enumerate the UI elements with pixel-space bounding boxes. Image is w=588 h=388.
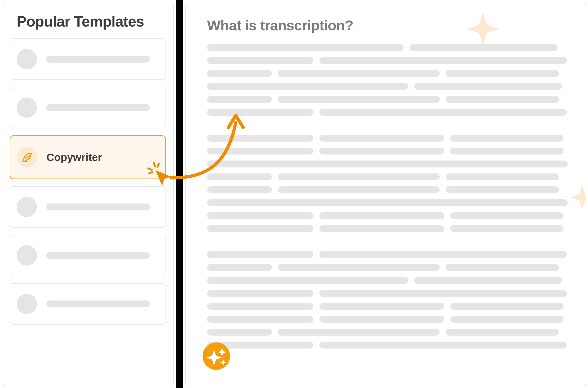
text-placeholder <box>207 161 568 168</box>
text-placeholder <box>446 173 559 180</box>
text-placeholder <box>207 290 313 297</box>
text-placeholder <box>414 83 562 90</box>
text-placeholder <box>278 264 440 271</box>
text-placeholder <box>207 96 272 103</box>
template-label-placeholder <box>46 104 150 111</box>
text-placeholder <box>319 251 567 258</box>
text-placeholder <box>207 303 313 310</box>
template-avatar-placeholder <box>17 245 37 266</box>
text-placeholder <box>207 212 313 219</box>
paragraph-break <box>207 238 572 245</box>
text-placeholder <box>450 303 563 310</box>
text-placeholder <box>319 341 567 348</box>
template-label-placeholder <box>46 252 150 259</box>
sparkle-star-icon <box>465 12 500 46</box>
template-card[interactable] <box>10 283 166 325</box>
text-placeholder <box>319 316 444 323</box>
text-placeholder <box>446 96 559 103</box>
text-placeholder <box>278 186 440 193</box>
text-placeholder <box>207 135 313 142</box>
main-title: What is transcription? <box>207 17 586 33</box>
sparkle-star-icon <box>569 185 586 210</box>
text-placeholder <box>207 277 408 284</box>
text-placeholder <box>450 316 563 323</box>
text-placeholder <box>319 212 444 219</box>
template-avatar-placeholder <box>17 49 37 69</box>
text-placeholder <box>207 70 272 77</box>
text-placeholder <box>446 70 559 77</box>
template-avatar-placeholder <box>17 197 37 217</box>
template-avatar-placeholder <box>17 97 37 118</box>
text-placeholder <box>207 147 313 154</box>
template-label: Copywriter <box>47 151 102 164</box>
template-card[interactable] <box>10 235 166 276</box>
text-placeholder <box>319 225 444 232</box>
text-placeholder <box>446 329 559 336</box>
text-placeholder <box>319 303 444 310</box>
text-placeholder <box>207 199 568 206</box>
sidebar-title: Popular Templates <box>17 13 166 30</box>
text-placeholder <box>450 147 563 154</box>
svg-line-2 <box>148 168 152 170</box>
template-avatar <box>17 147 37 168</box>
text-placeholder <box>278 173 440 180</box>
template-label-placeholder <box>46 56 150 63</box>
template-list: Copywriter <box>10 38 166 325</box>
text-placeholder <box>319 147 444 154</box>
svg-line-4 <box>149 172 152 173</box>
template-card[interactable] <box>10 186 166 228</box>
document-body <box>207 44 572 348</box>
text-placeholder <box>207 44 404 51</box>
text-placeholder <box>278 329 440 336</box>
text-placeholder <box>207 173 272 180</box>
text-placeholder <box>319 109 567 116</box>
sidebar-panel: Popular Templates Cop <box>2 2 174 386</box>
text-placeholder <box>207 251 313 258</box>
text-placeholder <box>207 264 272 271</box>
text-placeholder <box>319 57 567 64</box>
text-placeholder <box>278 96 440 103</box>
text-placeholder <box>207 316 313 323</box>
vertical-divider <box>176 0 183 388</box>
text-placeholder <box>207 83 408 90</box>
text-placeholder <box>207 186 272 193</box>
text-placeholder <box>450 135 563 142</box>
template-card[interactable] <box>10 87 166 128</box>
text-placeholder <box>414 277 562 284</box>
template-avatar-placeholder <box>17 294 37 314</box>
text-placeholder <box>207 329 272 336</box>
text-placeholder <box>207 57 313 64</box>
text-placeholder <box>207 109 313 116</box>
text-placeholder <box>450 212 563 219</box>
template-label-placeholder <box>46 300 150 307</box>
text-placeholder <box>319 135 444 142</box>
text-placeholder <box>207 225 313 232</box>
text-placeholder <box>450 225 563 232</box>
main-panel: What is transcription? <box>185 2 586 386</box>
text-placeholder <box>446 264 559 271</box>
text-placeholder <box>446 186 559 193</box>
paragraph-break <box>207 122 572 129</box>
text-placeholder <box>319 290 567 297</box>
template-card[interactable] <box>10 38 166 80</box>
ai-sparkle-badge-icon <box>202 342 231 370</box>
click-cursor-icon <box>146 161 174 189</box>
template-card-copywriter[interactable]: Copywriter <box>10 135 166 179</box>
text-placeholder <box>278 70 440 77</box>
template-label-placeholder <box>46 203 150 210</box>
svg-line-1 <box>154 163 155 167</box>
svg-line-3 <box>157 164 159 167</box>
feather-icon <box>21 151 33 164</box>
